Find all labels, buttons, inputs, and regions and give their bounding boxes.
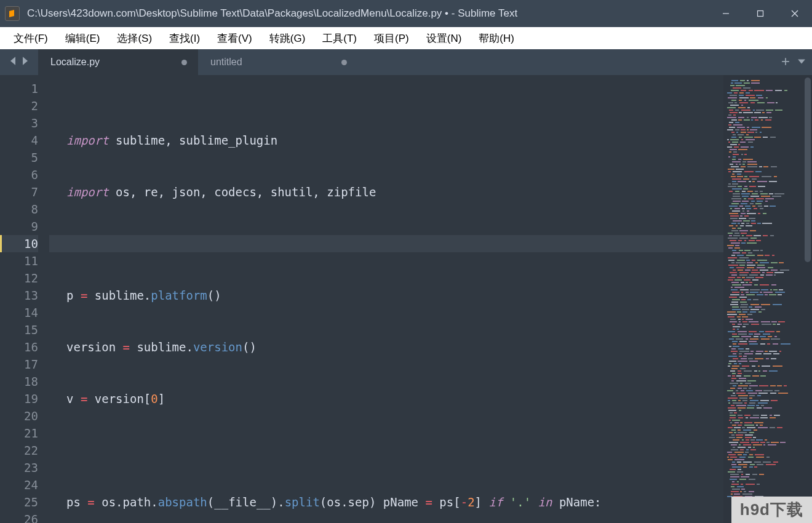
line-number-current: 10 <box>0 235 38 252</box>
menu-goto[interactable]: 转跳(G) <box>261 28 314 49</box>
minimize-button[interactable] <box>709 0 743 27</box>
line-number: 4 <box>2 132 38 149</box>
line-number: 17 <box>2 356 38 373</box>
line-number: 14 <box>2 304 38 321</box>
menu-edit[interactable]: 编辑(E) <box>57 28 109 49</box>
tab-label: untitled <box>210 57 242 68</box>
main-menubar: 文件(F) 编辑(E) 选择(S) 查找(I) 查看(V) 转跳(G) 工具(T… <box>0 27 812 49</box>
tab-dropdown-button[interactable] <box>797 57 806 68</box>
line-number: 11 <box>2 252 38 269</box>
tab-prev-icon[interactable] <box>9 56 17 68</box>
line-number: 9 <box>2 218 38 235</box>
new-tab-button[interactable] <box>781 57 790 68</box>
line-number: 6 <box>2 166 38 183</box>
tab-dirty-indicator <box>181 60 187 65</box>
menu-selection[interactable]: 选择(S) <box>108 28 161 49</box>
tab-untitled[interactable]: untitled <box>198 49 358 75</box>
menu-help[interactable]: 帮助(H) <box>470 28 523 49</box>
line-number: 26 <box>2 511 38 523</box>
line-number: 25 <box>2 493 38 511</box>
menu-preferences[interactable]: 设置(N) <box>418 28 471 49</box>
close-button[interactable] <box>778 0 812 27</box>
line-number: 7 <box>2 183 38 201</box>
vertical-scrollbar[interactable] <box>803 75 812 523</box>
tab-next-icon[interactable] <box>21 56 30 68</box>
window-title: C:\Users\423down.com\Desktop\Sublime Tex… <box>27 7 709 20</box>
app-icon <box>5 6 20 21</box>
watermark-label: h9d下载 <box>731 497 812 523</box>
menu-view[interactable]: 查看(V) <box>209 28 261 49</box>
line-number: 2 <box>2 97 38 114</box>
line-number: 15 <box>2 321 38 338</box>
line-number: 1 <box>2 80 38 97</box>
line-number: 12 <box>2 269 38 287</box>
svg-rect-1 <box>758 11 763 17</box>
line-number: 8 <box>2 201 38 218</box>
window-titlebar: C:\Users\423down.com\Desktop\Sublime Tex… <box>0 0 812 27</box>
menu-file[interactable]: 文件(F) <box>5 28 57 49</box>
line-number: 13 <box>2 287 38 304</box>
tab-nav <box>0 49 38 75</box>
line-number: 21 <box>2 425 38 442</box>
line-number: 22 <box>2 442 38 459</box>
line-gutter: 1 2 3 4 5 6 7 8 9 10 11 12 13 14 15 16 1… <box>0 75 49 523</box>
tab-label: Localize.py <box>50 57 100 68</box>
code-editor[interactable]: import sublime, sublime_plugin import os… <box>49 75 723 523</box>
line-number: 5 <box>2 149 38 166</box>
window-controls <box>709 0 812 27</box>
line-number: 23 <box>2 459 38 476</box>
menu-find[interactable]: 查找(I) <box>161 28 209 49</box>
line-number: 16 <box>2 338 38 356</box>
line-number: 3 <box>2 114 38 132</box>
tabbar: Localize.py untitled <box>0 49 812 75</box>
maximize-button[interactable] <box>743 0 778 27</box>
line-number: 20 <box>2 407 38 425</box>
line-number: 24 <box>2 476 38 493</box>
scrollbar-thumb[interactable] <box>805 78 811 262</box>
minimap[interactable] <box>723 75 803 523</box>
line-number: 18 <box>2 373 38 390</box>
tab-localize[interactable]: Localize.py <box>38 49 198 75</box>
menu-tools[interactable]: 工具(T) <box>314 28 365 49</box>
tab-dirty-indicator <box>341 60 347 65</box>
line-number: 19 <box>2 390 38 407</box>
menu-project[interactable]: 项目(P) <box>365 28 418 49</box>
editor-area: 1 2 3 4 5 6 7 8 9 10 11 12 13 14 15 16 1… <box>0 75 812 523</box>
